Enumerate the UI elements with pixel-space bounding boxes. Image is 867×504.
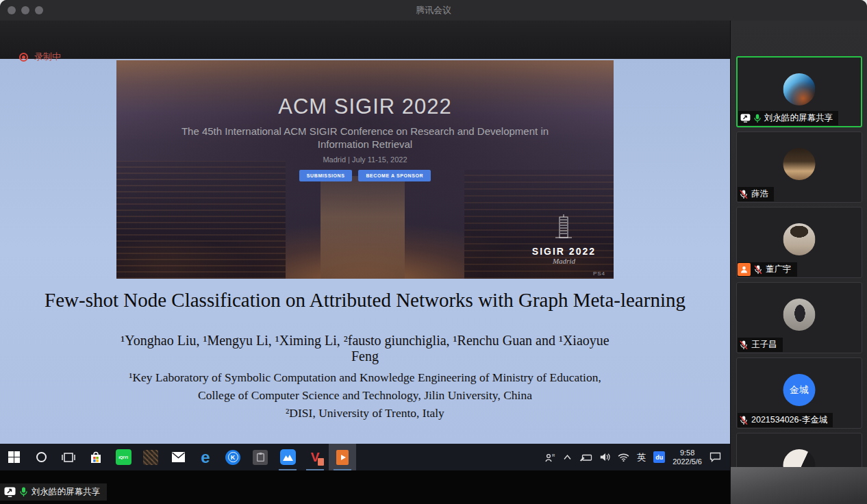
presentation-app-button[interactable] — [329, 444, 356, 470]
window-title: 腾讯会议 — [0, 0, 867, 21]
microsoft-store-button[interactable] — [82, 444, 110, 470]
avatar: 金城 — [783, 374, 816, 406]
meeting-top-strip — [0, 21, 730, 59]
pixel-app-button[interactable] — [137, 444, 164, 470]
pixel-app-icon — [143, 450, 158, 465]
paper-affiliations: ¹Key Laboratory of Symbolic Computation … — [0, 368, 730, 422]
participant-label: 王子昌 — [738, 338, 783, 352]
k-app-button[interactable]: K — [219, 444, 247, 470]
banner-title: ACM SIGIR 2022 — [116, 94, 614, 119]
avatar — [783, 299, 816, 331]
edge-button[interactable]: e — [192, 444, 219, 470]
iqiyi-button[interactable]: iQIYI — [110, 444, 137, 470]
pen-tablet-icon[interactable] — [579, 453, 592, 462]
affiliation-line-2: College of Computer Science and Technolo… — [0, 386, 730, 404]
start-button[interactable] — [0, 444, 27, 470]
taskbar-clock[interactable]: 9:58 2022/5/6 — [673, 449, 702, 466]
svg-text:R: R — [552, 453, 555, 457]
screen-share-icon — [740, 114, 751, 123]
mic-on-icon — [754, 114, 761, 123]
participant-tile[interactable]: 王子昌 — [736, 282, 862, 353]
mic-muted-icon — [754, 265, 762, 275]
clipboard-app-icon — [253, 450, 268, 465]
presentation-slide: ACM SIGIR 2022 The 45th International AC… — [0, 59, 730, 444]
tencent-meeting-icon — [280, 449, 296, 465]
paper-title: Few-shot Node Classification on Attribut… — [0, 289, 730, 312]
recording-label: 录制中 — [34, 51, 61, 63]
participant-label: 刘永皓的屏幕共享 — [738, 111, 838, 125]
edge-icon: e — [201, 449, 210, 466]
participant-tile[interactable]: 薛浩 — [736, 131, 862, 203]
participant-name: 王子昌 — [751, 339, 777, 351]
avatar — [783, 73, 816, 105]
presentation-play-icon — [336, 450, 349, 465]
system-tray: R 英 du — [545, 444, 730, 470]
avatar — [783, 223, 816, 255]
k-app-icon: K — [225, 450, 240, 465]
action-center-icon[interactable] — [709, 452, 721, 462]
participant-name: 董广宇 — [766, 264, 792, 275]
task-view-icon — [62, 452, 75, 463]
clipboard-app-button[interactable] — [247, 444, 274, 470]
participant-label: 董广宇 — [738, 262, 797, 277]
authors-line-1: ¹Yonghao Liu, ¹Mengyu Li, ¹Ximing Li, ²f… — [0, 333, 730, 349]
recording-indicator: 录制中 — [19, 51, 61, 63]
recording-dot-icon — [19, 53, 28, 62]
screen-share-label: 刘永皓的屏幕共享 — [0, 483, 107, 501]
participant-tile-screen-share[interactable]: 刘永皓的屏幕共享 — [736, 56, 862, 127]
red-v-app-button[interactable]: V — [301, 444, 329, 470]
cortana-circle-icon — [36, 452, 47, 462]
baidu-ime-icon[interactable]: du — [653, 451, 665, 463]
banner-content: ACM SIGIR 2022 The 45th International AC… — [116, 60, 614, 181]
macos-titlebar: 腾讯会议 — [0, 0, 867, 21]
shared-screen-area: 录制中 ACM SIGIR 2022 The 45th Internationa… — [0, 21, 730, 504]
show-hidden-icons-chevron[interactable] — [563, 454, 572, 460]
tencent-meeting-window: 腾讯会议 录制中 ACM SIGIR 2022 The 45th Interna… — [0, 0, 867, 504]
iqiyi-icon: iQIYI — [116, 449, 131, 465]
participant-label: 薛浩 — [738, 187, 774, 201]
paper-authors: ¹Yonghao Liu, ¹Mengyu Li, ¹Ximing Li, ²f… — [0, 333, 730, 364]
people-icon[interactable]: R — [545, 453, 555, 462]
red-v-app-icon: V — [311, 451, 320, 464]
speaker-icon[interactable] — [600, 453, 610, 462]
host-badge-icon — [738, 263, 751, 276]
conference-banner-image: ACM SIGIR 2022 The 45th International AC… — [116, 60, 614, 279]
cortana-button[interactable] — [27, 444, 55, 470]
windows-taskbar: iQIYI e K — [0, 444, 730, 470]
sigir-logo: SIGIR 2022 Madrid — [532, 214, 596, 265]
submissions-button[interactable]: SUBMISSIONS — [299, 170, 353, 181]
clock-date: 2022/5/6 — [673, 457, 702, 466]
banner-date-line: Madrid | July 11-15, 2022 — [116, 155, 614, 164]
tencent-meeting-taskbar-button[interactable] — [274, 444, 301, 470]
avatar — [783, 148, 816, 180]
panel-bottom-fade — [731, 467, 867, 504]
affiliation-line-1: ¹Key Laboratory of Symbolic Computation … — [0, 368, 730, 386]
participants-panel: 刘永皓的屏幕共享 薛浩 — [730, 21, 867, 504]
affiliation-line-3: ²DISI, University of Trento, Italy — [0, 404, 730, 422]
ime-language-indicator[interactable]: 英 — [637, 451, 646, 464]
avatar-initials: 金城 — [790, 384, 809, 396]
mic-muted-icon — [740, 340, 748, 350]
mic-on-icon — [20, 487, 27, 497]
participant-tile[interactable]: 董广宇 — [736, 207, 862, 278]
participant-name: 2021534026-李金城 — [751, 414, 827, 426]
mail-envelope-icon — [172, 452, 185, 462]
authors-line-2: Feng — [0, 349, 730, 364]
wifi-icon[interactable] — [618, 453, 629, 462]
participant-label: 2021534026-李金城 — [738, 413, 833, 427]
sigir-logo-subtitle: Madrid — [532, 257, 596, 265]
participant-tile[interactable]: 金城 2021534026-李金城 — [736, 357, 862, 429]
participant-tiles: 刘永皓的屏幕共享 薛浩 — [736, 56, 862, 504]
screen-share-icon — [4, 487, 16, 497]
mic-muted-icon — [740, 190, 748, 199]
mail-button[interactable] — [164, 444, 192, 470]
windows-logo-icon — [8, 451, 20, 463]
meeting-bottom-strip: 刘永皓的屏幕共享 — [0, 470, 730, 504]
store-bag-icon — [90, 451, 102, 464]
banner-subtitle: The 45th International ACM SIGIR Confere… — [165, 125, 565, 151]
become-sponsor-button[interactable]: BECOME A SPONSOR — [358, 170, 431, 181]
sigir-building-icon — [549, 214, 579, 242]
task-view-button[interactable] — [55, 444, 82, 470]
screen-share-label-text: 刘永皓的屏幕共享 — [32, 486, 100, 498]
ps4-sign: PS4 — [593, 270, 605, 277]
